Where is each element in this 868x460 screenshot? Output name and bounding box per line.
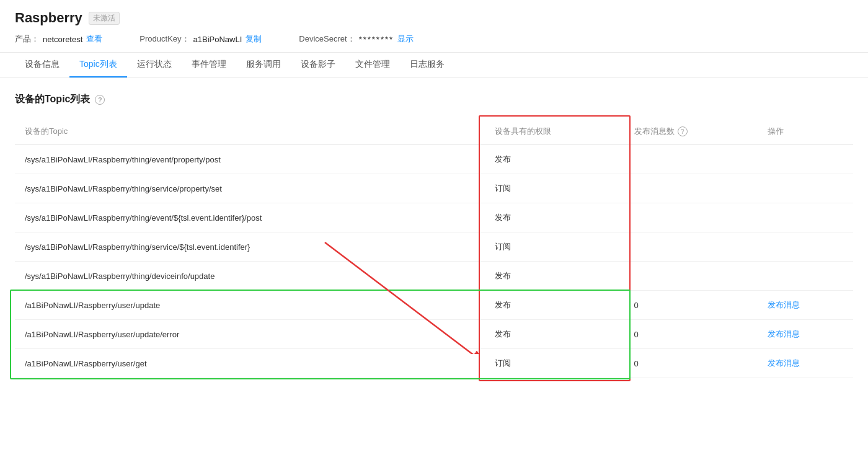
help-icon[interactable]: ? xyxy=(95,95,105,105)
title-row: Raspberry 未激活 xyxy=(15,10,853,26)
cell-action xyxy=(758,174,853,203)
table-row: /sys/a1BiPoNawLI/Raspberry/thing/devicei… xyxy=(15,262,853,291)
cell-permission: 发布 xyxy=(485,291,624,320)
cell-topic: /sys/a1BiPoNawLI/Raspberry/thing/service… xyxy=(15,174,485,203)
table-wrapper: 设备的Topic 设备具有的权限 发布消息数 ? 操作 /sys/a1BiPoN… xyxy=(15,118,853,378)
table-row: /sys/a1BiPoNawLI/Raspberry/thing/service… xyxy=(15,174,853,203)
cell-topic: /sys/a1BiPoNawLI/Raspberry/thing/service… xyxy=(15,232,485,262)
publish-message-link[interactable]: 发布消息 xyxy=(768,358,800,368)
section-title-row: 设备的Topic列表 ? xyxy=(15,93,853,106)
content-area: 设备的Topic列表 ? 设备的Topic 设备具有的权限 发布消息数 ? 操作 xyxy=(0,78,868,393)
cell-action: 发布消息 xyxy=(758,291,853,320)
devicesecret-meta: DeviceSecret： ******** 显示 xyxy=(299,33,414,45)
cell-permission: 发布 xyxy=(485,262,624,291)
product-label: 产品： xyxy=(15,33,39,45)
topic-table: 设备的Topic 设备具有的权限 发布消息数 ? 操作 /sys/a1BiPoN… xyxy=(15,118,853,378)
cell-action xyxy=(758,262,853,291)
cell-action xyxy=(758,145,853,174)
publish-message-link[interactable]: 发布消息 xyxy=(768,329,800,338)
tab-device-shadow[interactable]: 设备影子 xyxy=(291,53,345,77)
productkey-value: a1BiPoNawLI xyxy=(193,35,242,44)
col-publish-count: 发布消息数 ? xyxy=(624,118,758,145)
table-header: 设备的Topic 设备具有的权限 发布消息数 ? 操作 xyxy=(15,118,853,145)
cell-topic: /sys/a1BiPoNawLI/Raspberry/thing/event/p… xyxy=(15,145,485,174)
cell-publish-count xyxy=(624,203,758,232)
table-header-row: 设备的Topic 设备具有的权限 发布消息数 ? 操作 xyxy=(15,118,853,145)
table-row: /sys/a1BiPoNawLI/Raspberry/thing/event/p… xyxy=(15,145,853,174)
table-row: /sys/a1BiPoNawLI/Raspberry/thing/event/$… xyxy=(15,203,853,232)
publish-message-link[interactable]: 发布消息 xyxy=(768,300,800,309)
cell-permission: 订阅 xyxy=(485,232,624,262)
tab-event-mgmt[interactable]: 事件管理 xyxy=(182,53,236,77)
tab-device-info[interactable]: 设备信息 xyxy=(15,53,69,77)
tabs-container: 设备信息Topic列表运行状态事件管理服务调用设备影子文件管理日志服务 xyxy=(0,53,868,78)
cell-permission: 发布 xyxy=(485,145,624,174)
col-action: 操作 xyxy=(758,118,853,145)
productkey-copy-link[interactable]: 复制 xyxy=(246,33,262,45)
cell-permission: 订阅 xyxy=(485,349,624,378)
cell-publish-count: 0 xyxy=(624,349,758,378)
status-badge: 未激活 xyxy=(89,12,120,25)
devicesecret-label: DeviceSecret： xyxy=(299,33,355,45)
cell-action: 发布消息 xyxy=(758,349,853,378)
col-publish-count-label: 发布消息数 xyxy=(634,126,675,137)
cell-publish-count: 0 xyxy=(624,291,758,320)
col-topic: 设备的Topic xyxy=(15,118,485,145)
cell-publish-count xyxy=(624,232,758,262)
table-body: /sys/a1BiPoNawLI/Raspberry/thing/event/p… xyxy=(15,145,853,378)
productkey-meta: ProductKey： a1BiPoNawLI 复制 xyxy=(140,33,262,45)
tab-run-status[interactable]: 运行状态 xyxy=(127,53,182,77)
cell-publish-count xyxy=(624,174,758,203)
section-title-text: 设备的Topic列表 xyxy=(15,93,90,106)
tab-log-service[interactable]: 日志服务 xyxy=(400,53,454,77)
cell-publish-count: 0 xyxy=(624,320,758,349)
tab-service-call[interactable]: 服务调用 xyxy=(236,53,291,77)
cell-topic: /sys/a1BiPoNawLI/Raspberry/thing/event/$… xyxy=(15,203,485,232)
table-row: /sys/a1BiPoNawLI/Raspberry/thing/service… xyxy=(15,232,853,262)
tab-file-mgmt[interactable]: 文件管理 xyxy=(345,53,400,77)
product-meta: 产品： netcoretest 查看 xyxy=(15,33,102,45)
cell-topic: /a1BiPoNawLI/Raspberry/user/update xyxy=(15,291,485,320)
cell-topic: /a1BiPoNawLI/Raspberry/user/update/error xyxy=(15,320,485,349)
col-permission: 设备具有的权限 xyxy=(485,118,624,145)
table-row: /a1BiPoNawLI/Raspberry/user/update发布0发布消… xyxy=(15,291,853,320)
cell-permission: 发布 xyxy=(485,320,624,349)
cell-action xyxy=(758,203,853,232)
cell-topic: /sys/a1BiPoNawLI/Raspberry/thing/devicei… xyxy=(15,262,485,291)
productkey-label: ProductKey： xyxy=(140,33,189,45)
cell-publish-count xyxy=(624,145,758,174)
product-name: netcoretest xyxy=(43,35,82,44)
table-row: /a1BiPoNawLI/Raspberry/user/get订阅0发布消息 xyxy=(15,349,853,378)
devicesecret-value: ******** xyxy=(359,35,394,44)
product-view-link[interactable]: 查看 xyxy=(86,33,102,45)
cell-topic: /a1BiPoNawLI/Raspberry/user/get xyxy=(15,349,485,378)
cell-action: 发布消息 xyxy=(758,320,853,349)
device-title: Raspberry xyxy=(15,10,82,26)
header: Raspberry 未激活 产品： netcoretest 查看 Product… xyxy=(0,0,868,53)
cell-publish-count xyxy=(624,262,758,291)
cell-action xyxy=(758,232,853,262)
table-row: /a1BiPoNawLI/Raspberry/user/update/error… xyxy=(15,320,853,349)
meta-row: 产品： netcoretest 查看 ProductKey： a1BiPoNaw… xyxy=(15,33,853,45)
cell-permission: 发布 xyxy=(485,203,624,232)
publish-count-help-icon[interactable]: ? xyxy=(678,126,688,136)
devicesecret-show-link[interactable]: 显示 xyxy=(397,33,414,45)
cell-permission: 订阅 xyxy=(485,174,624,203)
tabs-row: 设备信息Topic列表运行状态事件管理服务调用设备影子文件管理日志服务 xyxy=(15,53,853,77)
tab-topic-list[interactable]: Topic列表 xyxy=(69,53,127,77)
